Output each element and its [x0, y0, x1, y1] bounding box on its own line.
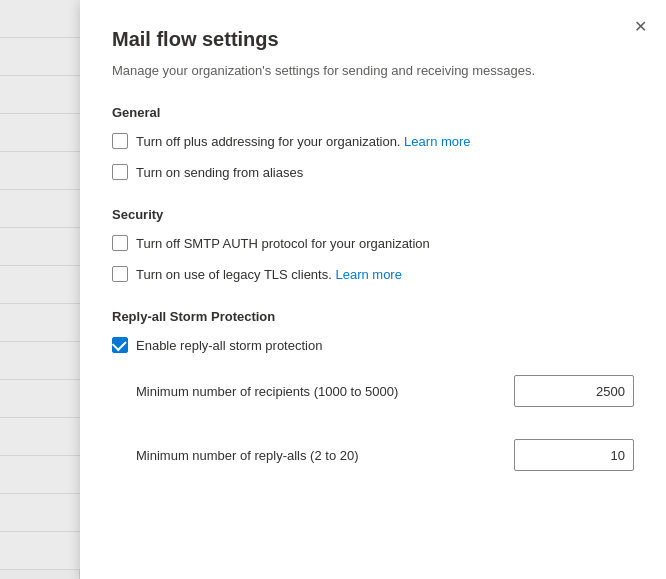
general-section-label: General — [112, 105, 634, 120]
legacy-tls-label: Turn on use of legacy TLS clients. Learn… — [136, 265, 402, 285]
min-recipients-row: Minimum number of recipients (1000 to 50… — [136, 367, 634, 415]
sending-aliases-label: Turn on sending from aliases — [136, 163, 303, 183]
close-button[interactable]: ✕ — [626, 12, 654, 40]
modal-title: Mail flow settings — [112, 28, 634, 51]
security-section-label: Security — [112, 207, 634, 222]
plus-addressing-label: Turn off plus addressing for your organi… — [136, 132, 471, 152]
general-section: General Turn off plus addressing for you… — [112, 105, 634, 183]
min-replyalls-input[interactable] — [514, 439, 634, 471]
smtp-auth-checkbox[interactable] — [112, 235, 128, 251]
enable-storm-label: Enable reply-all storm protection — [136, 336, 322, 356]
mail-flow-settings-modal: ✕ Mail flow settings Manage your organiz… — [80, 0, 666, 579]
plus-addressing-row: Turn off plus addressing for your organi… — [112, 132, 634, 152]
smtp-auth-label: Turn off SMTP AUTH protocol for your org… — [136, 234, 430, 254]
sending-aliases-row: Turn on sending from aliases — [112, 163, 634, 183]
min-replyalls-row: Minimum number of reply-alls (2 to 20) — [136, 431, 634, 479]
min-recipients-input[interactable] — [514, 375, 634, 407]
legacy-tls-row: Turn on use of legacy TLS clients. Learn… — [112, 265, 634, 285]
min-replyalls-label: Minimum number of reply-alls (2 to 20) — [136, 448, 514, 463]
storm-fields: Minimum number of recipients (1000 to 50… — [112, 367, 634, 479]
smtp-auth-row: Turn off SMTP AUTH protocol for your org… — [112, 234, 634, 254]
security-section: Security Turn off SMTP AUTH protocol for… — [112, 207, 634, 285]
plus-addressing-learn-more-link[interactable]: Learn more — [404, 134, 470, 149]
sending-aliases-checkbox[interactable] — [112, 164, 128, 180]
min-recipients-label: Minimum number of recipients (1000 to 50… — [136, 384, 514, 399]
enable-storm-checkbox[interactable] — [112, 337, 128, 353]
modal-subtitle: Manage your organization's settings for … — [112, 61, 634, 81]
plus-addressing-checkbox[interactable] — [112, 133, 128, 149]
legacy-tls-checkbox[interactable] — [112, 266, 128, 282]
enable-storm-row: Enable reply-all storm protection — [112, 336, 634, 356]
storm-protection-section: Reply-all Storm Protection Enable reply-… — [112, 309, 634, 480]
legacy-tls-learn-more-link[interactable]: Learn more — [335, 267, 401, 282]
storm-section-label: Reply-all Storm Protection — [112, 309, 634, 324]
